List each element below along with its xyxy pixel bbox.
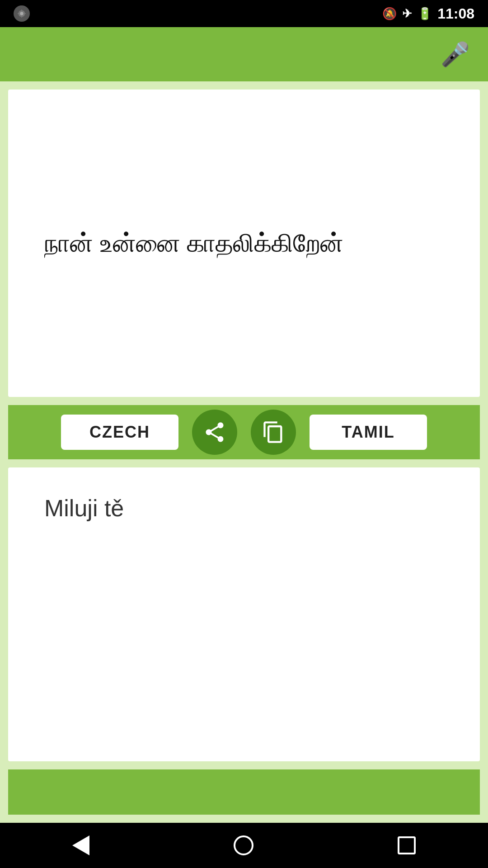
app-toolbar: 🎤 (0, 27, 488, 81)
airplane-icon: ✈ (402, 7, 412, 21)
back-button[interactable] (72, 835, 89, 855)
source-panel[interactable]: நான் உன்னை காதலிக்கிறேன் (8, 90, 480, 397)
status-right-icons: 🔕 ✈ 🔋 11:08 (382, 5, 474, 22)
share-button[interactable] (192, 410, 237, 455)
bottom-green-bar (8, 769, 480, 815)
target-language-button[interactable]: TAMIL (310, 415, 427, 450)
copy-button[interactable] (251, 410, 296, 455)
mic-icon: 🎤 (441, 41, 470, 68)
nav-bar (0, 823, 488, 868)
battery-icon: 🔋 (418, 7, 432, 21)
share-icon (203, 420, 226, 444)
settings-icon (14, 5, 30, 22)
main-content: நான் உன்னை காதலிக்கிறேன் CZECH TAMIL Mil… (0, 81, 488, 823)
source-language-button[interactable]: CZECH (61, 415, 178, 450)
status-bar: 🔕 ✈ 🔋 11:08 (0, 0, 488, 27)
clock: 11:08 (437, 5, 474, 22)
recents-icon (398, 836, 416, 854)
source-text: நான் உன்னை காதலிக்கிறேன் (44, 226, 343, 261)
back-icon (72, 835, 89, 855)
home-icon (234, 835, 253, 855)
language-bar: CZECH TAMIL (8, 405, 480, 459)
status-left-icons (14, 5, 30, 22)
copy-icon (262, 420, 285, 444)
mic-button[interactable]: 🎤 (441, 41, 470, 68)
translated-text: Miluji tě (44, 495, 124, 522)
notification-off-icon: 🔕 (382, 7, 397, 21)
recents-button[interactable] (398, 836, 416, 854)
home-button[interactable] (234, 835, 253, 855)
translated-panel[interactable]: Miluji tě (8, 467, 480, 761)
